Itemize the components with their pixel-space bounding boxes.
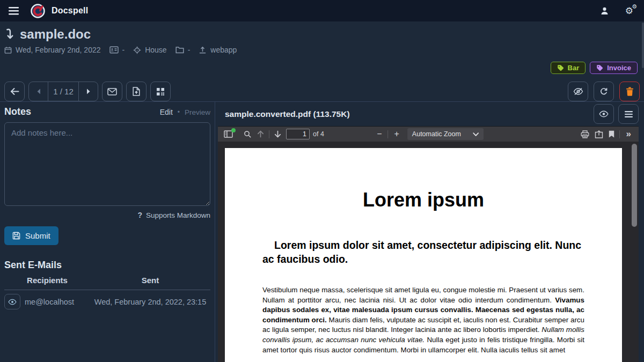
upload-icon bbox=[199, 46, 207, 54]
bookmark-button[interactable] bbox=[606, 127, 617, 142]
pdf-scrollbar[interactable] bbox=[632, 143, 637, 361]
crosshairs-icon bbox=[133, 46, 141, 54]
file-upload-icon bbox=[133, 87, 140, 96]
item-source: webapp bbox=[199, 46, 237, 54]
tab-edit[interactable]: Edit bbox=[160, 108, 173, 116]
zoom-in-button[interactable]: + bbox=[390, 130, 402, 138]
menu-button[interactable] bbox=[5, 4, 22, 18]
folder-icon bbox=[175, 46, 184, 54]
pdf-doc-title: Lorem ipsum bbox=[262, 189, 584, 211]
zoom-level-select[interactable]: Automatic Zoom bbox=[407, 128, 484, 140]
arrow-left-icon bbox=[10, 87, 19, 95]
docspell-logo-icon bbox=[31, 4, 45, 18]
sent-emails-table-header: Recipients Sent bbox=[4, 276, 210, 290]
brand-title: Docspell bbox=[52, 6, 88, 16]
send-mail-button[interactable] bbox=[102, 82, 122, 101]
notes-sidebar: Notes Edit • Preview ? Supports Markdown… bbox=[0, 102, 215, 362]
column-sent: Sent bbox=[90, 276, 210, 285]
back-button[interactable] bbox=[4, 82, 25, 101]
toolbar-separator bbox=[619, 130, 620, 138]
pdf-scrollbar-thumb[interactable] bbox=[632, 144, 637, 227]
notification-dot bbox=[231, 128, 236, 132]
eye-icon bbox=[599, 110, 609, 117]
pdf-doc-body: Vestibulum neque massa, scelerisque sit … bbox=[262, 285, 584, 355]
item-concerning: House bbox=[133, 46, 166, 54]
menu-bars-icon bbox=[625, 111, 633, 117]
pager-label: 1 / 12 bbox=[48, 82, 78, 101]
item-header: sample.doc Wed, February 2nd, 2022 - Hou… bbox=[0, 21, 644, 74]
download-arrow-icon bbox=[4, 28, 14, 41]
sent-emails-heading: Sent E-Mails bbox=[4, 260, 210, 271]
pdf-page-input[interactable] bbox=[286, 129, 310, 139]
address-card-icon bbox=[109, 46, 119, 54]
item-correspondent: - bbox=[109, 46, 125, 54]
markdown-hint: ? Supports Markdown bbox=[4, 211, 210, 219]
prev-attachment-button[interactable] bbox=[29, 82, 48, 101]
save-icon bbox=[12, 232, 20, 240]
eye-icon bbox=[8, 299, 17, 305]
pdf-print-button[interactable] bbox=[578, 127, 592, 142]
item-toolbar: 1 / 12 bbox=[0, 82, 644, 101]
toolbar-separator bbox=[269, 130, 269, 138]
zoom-out-button[interactable]: − bbox=[373, 130, 385, 138]
pdf-prev-page-button[interactable] bbox=[254, 127, 267, 142]
attachment-pager: 1 / 12 bbox=[28, 82, 98, 101]
pdf-page: Lorem ipsum Lorem ipsum dolor sit amet, … bbox=[225, 148, 622, 362]
open-file-icon bbox=[595, 130, 603, 138]
arrow-up-icon bbox=[257, 130, 264, 138]
delete-button[interactable] bbox=[619, 82, 640, 101]
pdf-next-page-button[interactable] bbox=[272, 127, 284, 142]
notes-input[interactable] bbox=[4, 122, 210, 206]
chevron-left-icon bbox=[36, 88, 41, 94]
reprocess-button[interactable] bbox=[594, 82, 614, 101]
mail-sent-date: Wed, February 2nd, 2022, 23:15 bbox=[90, 298, 210, 306]
pdf-toolbar: of 4 − + Automatic Zoom bbox=[218, 127, 639, 142]
item-date: Wed, February 2nd, 2022 bbox=[4, 46, 101, 54]
pdf-tools-button[interactable]: » bbox=[622, 129, 635, 139]
pdf-page-count: of 4 bbox=[313, 130, 324, 138]
envelope-icon bbox=[107, 88, 117, 95]
pdf-canvas: Lorem ipsum Lorem ipsum dolor sit amet, … bbox=[218, 142, 639, 362]
tag-icon bbox=[557, 64, 564, 71]
item-meta: Wed, February 2nd, 2022 - House - webapp bbox=[4, 46, 640, 54]
tag-bar[interactable]: Bar bbox=[551, 62, 586, 74]
print-icon bbox=[581, 130, 589, 138]
hamburger-icon bbox=[9, 7, 19, 15]
attachment-menu-button[interactable] bbox=[618, 104, 639, 124]
submit-notes-button[interactable]: Submit bbox=[4, 226, 58, 245]
redo-icon bbox=[599, 87, 608, 96]
pdf-sidebar-toggle-button[interactable] bbox=[221, 127, 236, 142]
chevron-right-icon bbox=[86, 88, 91, 94]
add-files-button[interactable] bbox=[126, 82, 147, 101]
attachment-pane: sample.converted.pdf (113.75K) bbox=[215, 102, 644, 362]
column-recipients: Recipients bbox=[4, 276, 90, 285]
eye-slash-icon bbox=[573, 87, 583, 95]
attachment-header: sample.converted.pdf (113.75K) bbox=[215, 102, 644, 126]
metadata-grid-button[interactable] bbox=[150, 82, 171, 101]
account-button[interactable] bbox=[597, 3, 612, 19]
page-scrollbar-thumb[interactable] bbox=[642, 23, 644, 68]
mail-recipients: me@localhost bbox=[25, 298, 90, 306]
tab-preview[interactable]: Preview bbox=[185, 108, 210, 116]
chevron-down-icon bbox=[473, 132, 479, 136]
sent-email-row: me@localhost Wed, February 2nd, 2022, 23… bbox=[4, 294, 210, 309]
open-file-button[interactable] bbox=[592, 127, 606, 142]
attachment-file-label: sample.converted.pdf (113.75K) bbox=[225, 109, 350, 119]
trash-icon bbox=[626, 87, 634, 96]
settings-button[interactable]: ⚙⚙ bbox=[622, 3, 636, 19]
pdf-search-button[interactable] bbox=[241, 127, 254, 142]
calendar-icon bbox=[4, 46, 12, 54]
next-attachment-button[interactable] bbox=[78, 82, 98, 101]
tag-invoice[interactable]: Invoice bbox=[590, 62, 638, 74]
view-mail-button[interactable] bbox=[4, 294, 20, 309]
preview-toggle-button[interactable] bbox=[594, 104, 614, 124]
notes-heading: Notes bbox=[4, 106, 31, 117]
dot-separator: • bbox=[178, 108, 180, 116]
toolbar-separator bbox=[387, 130, 388, 138]
qrcode-icon bbox=[156, 87, 165, 96]
unconfirm-button[interactable] bbox=[568, 82, 588, 101]
item-folder: - bbox=[175, 46, 191, 54]
search-icon bbox=[244, 130, 252, 138]
tag-icon bbox=[596, 64, 603, 71]
arrow-down-icon bbox=[274, 130, 281, 138]
